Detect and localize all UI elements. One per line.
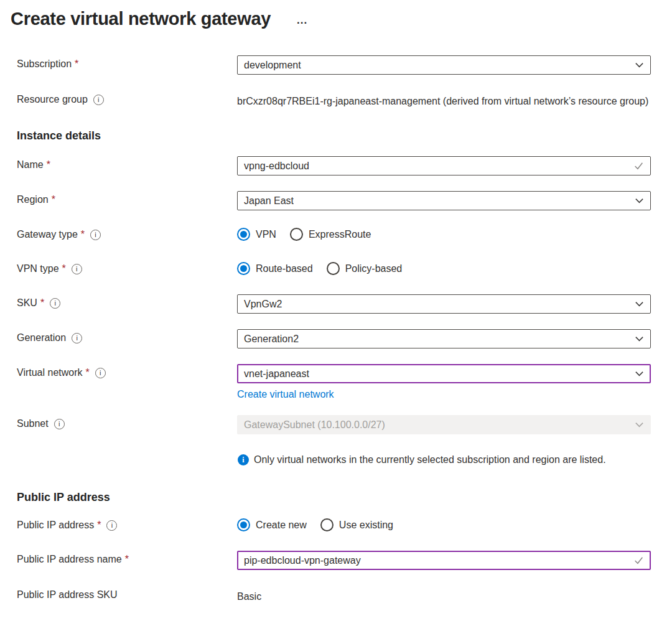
info-note: i Only virtual networks in the currently… bbox=[237, 452, 651, 467]
resource-group-row: Resource group i brCxzr08qr7RBEi1-rg-jap… bbox=[17, 91, 651, 108]
region-row: Region* Japan East bbox=[17, 191, 651, 210]
generation-dropdown[interactable]: Generation2 bbox=[237, 329, 651, 348]
public-ip-sku-value: Basic bbox=[237, 586, 651, 604]
generation-label: Generation i bbox=[17, 329, 237, 344]
name-input[interactable]: vpng-edbcloud bbox=[237, 156, 651, 175]
required-marker: * bbox=[62, 263, 66, 274]
radio-option-expressroute[interactable]: ExpressRoute bbox=[290, 228, 371, 241]
radio-label: VPN bbox=[256, 229, 276, 240]
public-ip-heading: Public IP address bbox=[17, 491, 651, 504]
page-title: Create virtual network gateway bbox=[9, 9, 271, 29]
chevron-down-icon bbox=[635, 60, 644, 70]
info-icon[interactable]: i bbox=[72, 264, 82, 274]
radio-selected-icon bbox=[237, 262, 250, 275]
name-label: Name* bbox=[17, 156, 237, 171]
radio-label: Route-based bbox=[256, 263, 313, 274]
public-ip-name-label: Public IP address name* bbox=[17, 551, 237, 565]
subnet-dropdown-disabled: GatewaySubnet (10.100.0.0/27) bbox=[237, 415, 651, 434]
public-ip-name-input[interactable]: pip-edbcloud-vpn-gateway bbox=[237, 551, 651, 570]
radio-selected-icon bbox=[237, 518, 250, 531]
public-ip-radio-group: Create new Use existing bbox=[237, 516, 651, 531]
sku-label: SKU* i bbox=[17, 294, 237, 309]
public-ip-name-row: Public IP address name* pip-edbcloud-vpn… bbox=[17, 551, 651, 570]
required-marker: * bbox=[81, 229, 85, 240]
subscription-value: development bbox=[244, 60, 301, 71]
resource-group-label: Resource group i bbox=[17, 91, 237, 105]
virtual-network-row: Virtual network* i vnet-japaneast Create… bbox=[17, 364, 651, 400]
name-value: vpng-edbcloud bbox=[244, 161, 309, 172]
radio-option-vpn[interactable]: VPN bbox=[237, 228, 276, 241]
info-icon[interactable]: i bbox=[90, 230, 101, 240]
chevron-down-icon bbox=[635, 196, 644, 205]
more-options-icon[interactable]: ... bbox=[297, 15, 307, 26]
subnet-label: Subnet i bbox=[17, 415, 237, 429]
radio-label: Use existing bbox=[339, 520, 393, 531]
info-icon[interactable]: i bbox=[50, 298, 60, 309]
vpn-type-radio-group: Route-based Policy-based bbox=[237, 260, 651, 275]
public-ip-sku-row: Public IP address SKU Basic bbox=[17, 586, 651, 604]
subnet-value: GatewaySubnet (10.100.0.0/27) bbox=[244, 419, 385, 431]
radio-option-route-based[interactable]: Route-based bbox=[237, 262, 313, 275]
public-ip-label: Public IP address* i bbox=[17, 516, 237, 531]
subscription-label: Subscription* bbox=[17, 55, 237, 70]
public-ip-name-value: pip-edbcloud-vpn-gateway bbox=[244, 555, 361, 566]
create-virtual-network-link[interactable]: Create virtual network bbox=[237, 389, 334, 400]
radio-selected-icon bbox=[237, 228, 250, 241]
radio-unselected-icon bbox=[327, 262, 340, 275]
generation-row: Generation i Generation2 bbox=[17, 329, 651, 348]
radio-option-use-existing[interactable]: Use existing bbox=[320, 518, 393, 531]
vpn-type-row: VPN type* i Route-based Policy-based bbox=[17, 260, 651, 275]
info-icon[interactable]: i bbox=[72, 333, 82, 344]
info-filled-icon: i bbox=[238, 454, 249, 465]
gateway-type-label: Gateway type* i bbox=[17, 226, 237, 240]
sku-row: SKU* i VpnGw2 bbox=[17, 294, 651, 314]
info-note-row: i Only virtual networks in the currently… bbox=[17, 452, 651, 491]
radio-unselected-icon bbox=[320, 518, 334, 531]
info-icon[interactable]: i bbox=[54, 419, 65, 429]
info-icon[interactable]: i bbox=[106, 520, 117, 531]
required-marker: * bbox=[86, 367, 90, 378]
generation-value: Generation2 bbox=[244, 334, 299, 345]
required-marker: * bbox=[125, 554, 129, 565]
chevron-down-icon bbox=[635, 420, 644, 429]
radio-label: Policy-based bbox=[345, 263, 403, 274]
region-value: Japan East bbox=[244, 195, 294, 207]
required-marker: * bbox=[52, 194, 55, 205]
subscription-dropdown[interactable]: development bbox=[237, 55, 651, 75]
chevron-down-icon bbox=[635, 299, 644, 309]
public-ip-row: Public IP address* i Create new Use exis… bbox=[17, 516, 651, 531]
required-marker: * bbox=[40, 297, 44, 309]
page-header: Create virtual network gateway ... bbox=[9, 9, 651, 29]
radio-unselected-icon bbox=[290, 228, 303, 241]
gateway-type-row: Gateway type* i VPN ExpressRoute bbox=[17, 226, 651, 241]
required-marker: * bbox=[75, 58, 78, 70]
instance-details-heading: Instance details bbox=[17, 129, 651, 143]
required-marker: * bbox=[47, 159, 50, 171]
virtual-network-value: vnet-japaneast bbox=[244, 368, 309, 380]
radio-option-policy-based[interactable]: Policy-based bbox=[327, 262, 403, 275]
region-label: Region* bbox=[17, 191, 237, 205]
virtual-network-label: Virtual network* i bbox=[17, 364, 237, 378]
subnet-row: Subnet i GatewaySubnet (10.100.0.0/27) bbox=[17, 415, 651, 434]
chevron-down-icon bbox=[635, 334, 644, 344]
sku-dropdown[interactable]: VpnGw2 bbox=[237, 294, 651, 314]
info-icon[interactable]: i bbox=[95, 368, 106, 378]
valid-check-icon bbox=[633, 555, 644, 566]
info-note-text: Only virtual networks in the currently s… bbox=[254, 452, 606, 467]
sku-value: VpnGw2 bbox=[244, 299, 282, 310]
valid-check-icon bbox=[633, 161, 644, 171]
virtual-network-dropdown[interactable]: vnet-japaneast bbox=[237, 364, 651, 383]
public-ip-sku-label: Public IP address SKU bbox=[17, 586, 237, 601]
required-marker: * bbox=[97, 520, 101, 531]
region-dropdown[interactable]: Japan East bbox=[237, 191, 651, 210]
vpn-type-label: VPN type* i bbox=[17, 260, 237, 274]
info-icon[interactable]: i bbox=[93, 95, 104, 105]
subscription-row: Subscription* development bbox=[17, 55, 651, 75]
name-row: Name* vpng-edbcloud bbox=[17, 156, 651, 175]
gateway-type-radio-group: VPN ExpressRoute bbox=[237, 226, 651, 241]
radio-option-create-new[interactable]: Create new bbox=[237, 518, 307, 531]
radio-label: Create new bbox=[256, 520, 307, 531]
radio-label: ExpressRoute bbox=[309, 229, 371, 240]
resource-group-value: brCxzr08qr7RBEi1-rg-japaneast-management… bbox=[237, 91, 651, 108]
chevron-down-icon bbox=[635, 369, 644, 378]
